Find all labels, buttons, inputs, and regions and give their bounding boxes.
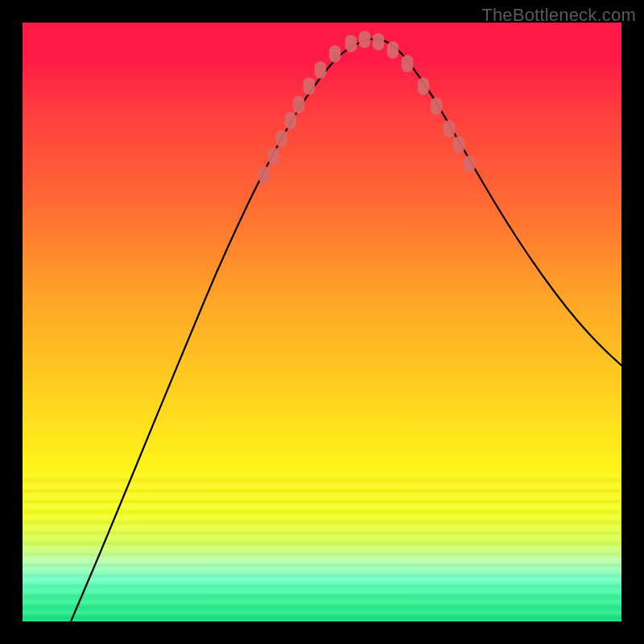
highlight-dot xyxy=(258,166,270,184)
highlight-dot xyxy=(402,55,413,72)
chart-stage: TheBottleneck.com xyxy=(0,0,644,644)
highlight-dot xyxy=(315,61,326,79)
highlight-dot xyxy=(345,35,357,52)
highlight-dot xyxy=(418,77,429,95)
highlight-markers xyxy=(258,31,475,184)
highlight-dot xyxy=(453,136,464,154)
highlight-dot xyxy=(444,120,455,138)
highlight-dot xyxy=(387,41,398,59)
highlight-dot xyxy=(268,147,279,165)
curve-overlay xyxy=(23,23,621,621)
highlight-dot xyxy=(329,45,341,63)
highlight-dot xyxy=(359,31,370,48)
highlight-dot xyxy=(293,96,304,114)
highlight-dot xyxy=(431,97,442,115)
bottleneck-curve xyxy=(71,39,621,621)
highlight-dot xyxy=(276,130,287,147)
highlight-dot xyxy=(464,155,475,173)
watermark-text: TheBottleneck.com xyxy=(481,5,636,26)
highlight-dot xyxy=(373,33,384,51)
highlight-dot xyxy=(303,77,315,95)
highlight-dot xyxy=(285,112,296,130)
plot-area xyxy=(23,23,621,621)
